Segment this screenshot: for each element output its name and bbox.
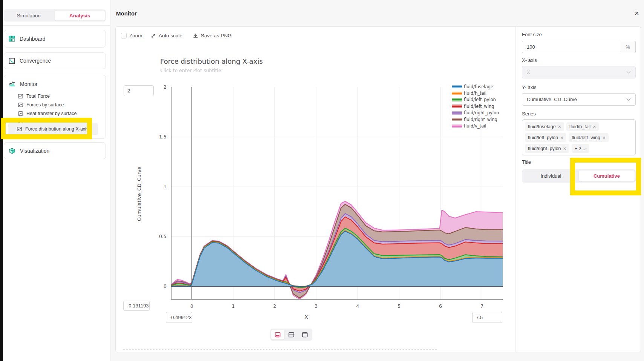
legend-item[interactable]: fluid/h_tail — [452, 90, 499, 96]
chart-title[interactable]: Force distribution along X-axis — [160, 57, 263, 65]
x-axis-label: X- axis — [522, 57, 537, 63]
series-chip-left-pylon[interactable]: fluid/left_pylon× — [525, 133, 566, 142]
series-chip-h-tail[interactable]: fluid/h_tail× — [566, 122, 599, 131]
visualization-icon — [9, 148, 15, 154]
layout-switcher — [270, 329, 312, 341]
legend-label: fluid/left_wing — [464, 104, 494, 109]
x-axis-select: X — [522, 66, 636, 78]
tab-simulation[interactable]: Simulation — [4, 9, 54, 22]
sidebar-item-label: Monitor — [20, 81, 38, 87]
title-label: Title — [522, 159, 531, 165]
remove-chip-icon[interactable]: × — [560, 135, 563, 140]
sidebar-item-convergence[interactable]: Convergence — [4, 52, 106, 69]
save-png-button[interactable]: Save as PNG — [193, 33, 232, 38]
font-size-input[interactable] — [522, 41, 620, 53]
chart-subtitle-placeholder[interactable]: Click to enter Plot subtitle — [160, 68, 221, 73]
layout-split-button[interactable] — [285, 330, 298, 339]
y-tick: 1.5 — [159, 134, 167, 140]
convergence-icon — [9, 58, 15, 64]
zoom-toggle[interactable]: Zoom — [121, 33, 142, 38]
sidebar-divider — [3, 25, 110, 26]
layout-stacked-button[interactable] — [298, 330, 311, 339]
chart-panel-icon — [18, 111, 23, 116]
legend-item[interactable]: fluid/left_wing — [452, 103, 499, 109]
remove-chip-icon[interactable]: × — [603, 135, 606, 140]
layout-stacked-icon — [302, 332, 308, 338]
zoom-checkbox[interactable] — [121, 33, 127, 38]
y-tick: 0.5 — [159, 233, 167, 239]
x-tick: 7 — [480, 303, 483, 309]
chevron-down-icon — [626, 98, 631, 101]
x-max-input[interactable]: 7.5 — [472, 312, 502, 323]
legend-swatch — [452, 104, 462, 108]
sidebar-subitem-label: Force distribution along X-axis — [25, 126, 89, 132]
chevron-down-icon — [626, 71, 631, 74]
y-axis-title: Cumulative_CD_Curve — [136, 167, 142, 221]
legend-item[interactable]: fluid/right_pylon — [452, 110, 499, 116]
remove-chip-icon[interactable]: × — [593, 124, 596, 129]
remove-chip-icon[interactable]: × — [558, 124, 561, 129]
legend-label: fluid/right_pylon — [464, 110, 499, 115]
sidebar-item-label: Convergence — [20, 58, 51, 64]
series-chip-fuselage[interactable]: fluid/fuselage× — [525, 122, 564, 131]
tab-analysis[interactable]: Analysis — [55, 10, 106, 21]
y-axis-select[interactable]: Cumulative_CD_Curve — [522, 93, 636, 106]
dashboard-icon — [9, 35, 15, 42]
legend-swatch — [452, 124, 462, 128]
sidebar-subitem-label: Forces by surface — [26, 102, 64, 108]
x-tick: 1 — [232, 303, 235, 309]
font-size-group: % — [522, 41, 636, 53]
series-chipbox: fluid/fuselage× fluid/h_tail× fluid/left… — [522, 119, 636, 155]
x-tick: 4 — [356, 303, 359, 309]
series-chip-left-wing[interactable]: fluid/left_wing× — [569, 133, 609, 142]
y-min-input[interactable]: -0.131193 — [123, 301, 150, 311]
x-tick: 2 — [273, 303, 276, 309]
series-label: Series — [522, 111, 536, 117]
sidebar-item-dashboard[interactable]: Dashboard — [4, 30, 106, 48]
sidebar-subitem-forces-by-surface[interactable]: Forces by surface — [18, 101, 106, 109]
individual-toggle-button[interactable]: Individual — [523, 171, 579, 181]
x-tick: 5 — [398, 303, 401, 309]
y-max-input[interactable]: 2 — [124, 85, 154, 96]
sidebar-subitem-heat-transfer[interactable]: Heat transfer by surface — [18, 110, 106, 117]
cumulative-toggle-button[interactable]: Cumulative — [579, 171, 635, 181]
sidebar-item-visualization[interactable]: Visualization — [4, 142, 106, 159]
sidebar-section-monitor: Monitor Total Force Forces by surface He… — [4, 75, 106, 139]
legend-label: fluid/left_pylon — [464, 97, 496, 102]
y-tick: 1 — [164, 184, 167, 189]
autoscale-label: Auto scale — [159, 33, 182, 38]
x-min-input[interactable]: -0.499123 — [166, 312, 192, 323]
sidebar-subitem-force-distribution-x[interactable]: Force distribution along X-axis — [8, 123, 98, 135]
monitor-icon — [9, 81, 15, 87]
y-axis-label: Y- axis — [522, 84, 537, 90]
sidebar-item-monitor[interactable]: Monitor — [4, 77, 106, 92]
sidebar-subitem-label: Total Force — [26, 94, 50, 99]
legend-item[interactable]: fluid/right_wing — [452, 116, 499, 123]
y-tick: 2 — [164, 84, 167, 90]
remove-chip-icon[interactable]: × — [563, 146, 566, 151]
sidebar-subitem-label: Heat transfer by surface — [26, 111, 76, 116]
legend-item[interactable]: fluid/left_pylon — [452, 97, 499, 103]
legend-label: fluid/h_tail — [464, 91, 486, 96]
autoscale-button[interactable]: Auto scale — [151, 33, 182, 38]
series-chip-right-pylon[interactable]: fluid/right_pylon× — [525, 144, 569, 153]
chart-panel-icon — [18, 103, 23, 107]
legend-item[interactable]: fluid/v_tail — [452, 123, 499, 129]
legend-swatch — [452, 111, 462, 115]
layout-split-icon — [288, 332, 294, 338]
app-root: Simulation Analysis Dashboard — [0, 0, 644, 361]
mode-tabbar: Simulation Analysis — [4, 9, 106, 22]
save-png-label: Save as PNG — [201, 33, 232, 38]
x-tick: 6 — [439, 303, 442, 309]
layout-single-button[interactable] — [271, 330, 284, 339]
sidebar-item-label: Dashboard — [20, 36, 46, 42]
legend-swatch — [452, 92, 462, 95]
legend-item[interactable]: fluid/fuselage — [452, 83, 499, 90]
x-axis-title: X — [304, 314, 308, 320]
series-chip-more[interactable]: + 2 ... — [572, 144, 590, 153]
page-title: Monitor — [116, 10, 137, 17]
close-icon[interactable]: × — [635, 10, 639, 16]
chart-panel-icon — [18, 94, 23, 98]
sidebar-subitem-total-force[interactable]: Total Force — [18, 92, 106, 100]
plot-wrapper: 00.511.52 01234567 fluid/fuselagefluid/h… — [171, 87, 503, 300]
